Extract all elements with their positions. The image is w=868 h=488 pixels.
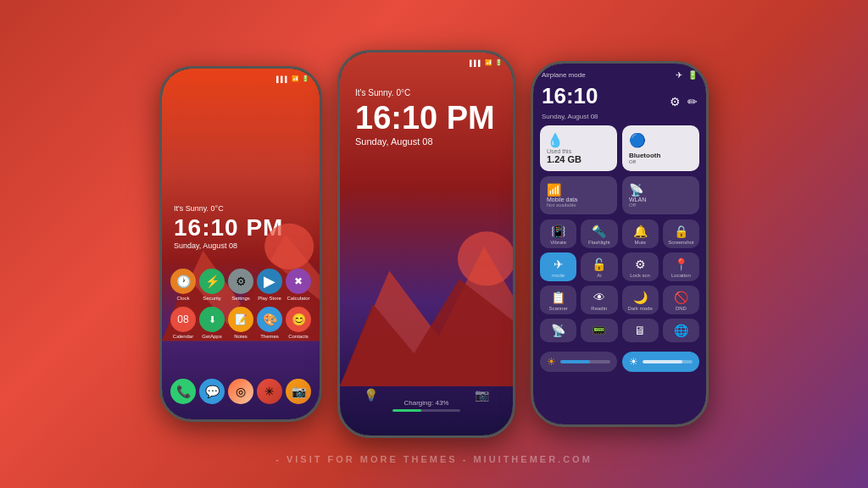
cc-tiles-row2: 📶 Mobile data Not available 📡 WLAN Off — [533, 176, 706, 219]
mute-icon: 🔔 — [633, 225, 648, 238]
darkmode-btn[interactable]: 🌙 Dark mode — [622, 286, 659, 314]
airplane-btn[interactable]: ✈ mode — [540, 252, 576, 281]
lock-date: Sunday, August 08 — [355, 136, 495, 147]
dnd-label: DND — [676, 306, 687, 311]
brightness-fill — [560, 360, 590, 363]
cc-time-block: 16:10 Sunday, August 08 — [542, 83, 598, 120]
bluetooth-sublabel: Off — [629, 159, 693, 164]
cc-sliders: ☀ ☀ — [533, 347, 706, 375]
svg-point-5 — [458, 231, 513, 286]
data-tile-value: 1.24 GB — [547, 154, 610, 164]
app-clock[interactable]: 🕐 Clock — [170, 269, 196, 301]
lock-info: It's Sunny. 0°C 16:10 PM Sunday, August … — [355, 88, 495, 147]
app-phone[interactable]: 📞 — [170, 379, 196, 404]
edit-cc-icon[interactable]: ✏ — [687, 95, 698, 108]
play-icon: ▶ — [257, 269, 282, 294]
app-row-1: 🕐 Clock ⚡ Security ⚙ Settings ▶ Play Sto… — [162, 269, 320, 301]
app-getapps[interactable]: ⬇ GetApps — [199, 307, 225, 339]
calc-label: Calculator — [287, 296, 309, 301]
ai-btn[interactable]: 🔓 Ai — [581, 252, 617, 281]
mute-btn[interactable]: 🔔 Mute — [622, 219, 659, 248]
flashlight-btn[interactable]: 🔦 Flashlight — [581, 219, 617, 248]
airplane-btn-icon: ✈ — [554, 258, 564, 271]
app-camera[interactable]: 📷 — [286, 379, 311, 404]
notes-icon: 📝 — [228, 307, 253, 332]
brightness-slider[interactable]: ☀ — [540, 352, 617, 372]
charging-label: Charging: 43% — [392, 399, 460, 407]
cc-date: Sunday, August 08 — [542, 113, 598, 120]
app-settings[interactable]: ⚙ Settings — [228, 269, 253, 301]
darkmode-label: Dark mode — [627, 306, 652, 311]
signal-icon-p2: ▌▌▌ — [470, 60, 482, 66]
security-icon: ⚡ — [199, 269, 225, 294]
app-themes[interactable]: 🎨 Themes — [257, 307, 282, 339]
dnd-btn[interactable]: 🚫 DND — [663, 286, 699, 314]
camera-icon: 📷 — [286, 379, 311, 404]
dnd-icon: 🚫 — [674, 291, 688, 304]
mi-icon: ◎ — [228, 379, 253, 404]
app-calc[interactable]: ✖ Calculator — [286, 269, 311, 301]
cc-button-grid-4: 📡 📟 🖥 🌐 — [533, 319, 706, 347]
darkmode-icon: 🌙 — [633, 291, 648, 304]
lock-weather: It's Sunny. 0°C — [355, 88, 495, 97]
themes-label: Themes — [260, 334, 279, 339]
reading-btn[interactable]: 👁 Readin — [581, 286, 617, 314]
svg-point-2 — [264, 224, 314, 269]
wlan-tile[interactable]: 📡 WLAN Off — [622, 176, 699, 214]
screenshot-icon: 🔒 — [674, 225, 688, 238]
app-dock: 📞 💬 ◎ ✳ 📷 — [162, 379, 320, 404]
cc-topbar-icons: ✈ 🔋 — [676, 70, 698, 80]
lockscn-btn[interactable]: ⚙ Lock scn — [622, 252, 659, 281]
extra-btn-1[interactable]: 📡 — [540, 319, 576, 342]
settings-cc-icon[interactable]: ⚙ — [670, 95, 681, 108]
statusbar-phone2: ▌▌▌ 📶 🔋 — [340, 59, 513, 66]
mobile-data-tile[interactable]: 📶 Mobile data Not available — [540, 176, 617, 214]
camera-lock-icon[interactable]: 📷 — [475, 388, 489, 402]
app-play[interactable]: ▶ Play Store — [257, 269, 282, 301]
security-label: Security — [203, 296, 221, 301]
star-icon: ✳ — [257, 379, 282, 404]
wlan-sublabel: Off — [629, 202, 693, 208]
data-tile-label: Used this — [547, 148, 610, 154]
app-notes[interactable]: 📝 Notes — [228, 307, 253, 339]
scanner-btn[interactable]: 📋 Scanner — [540, 286, 576, 314]
charging-bar: Charging: 43% — [392, 399, 460, 412]
app-contacts[interactable]: 😊 Contacts — [286, 307, 311, 339]
extra-btn-2[interactable]: 📟 — [581, 319, 617, 342]
phone-icon: 📞 — [170, 379, 196, 404]
phone-3: Airplane mode ✈ 🔋 16:10 Sunday, August 0… — [531, 61, 709, 427]
statusbar-phone1: ▌▌▌ 📶 🔋 — [162, 75, 320, 82]
bluetooth-label: Bluetooth — [629, 152, 693, 159]
bluetooth-tile[interactable]: 🔵 Bluetooth Off — [622, 125, 699, 171]
data-tile[interactable]: 💧 Used this 1.24 GB — [540, 125, 617, 171]
torch-icon[interactable]: 💡 — [364, 388, 378, 402]
cc-top-icons: ⚙ ✏ — [670, 95, 698, 108]
calendar-label: Calendar — [173, 334, 193, 339]
battery-icon-p2: 🔋 — [495, 59, 503, 66]
app-calendar[interactable]: 08 Calendar — [170, 307, 196, 339]
app-mi[interactable]: ◎ — [228, 379, 253, 404]
lock-time: 16:10 PM — [355, 100, 495, 136]
getapps-label: GetApps — [202, 334, 221, 339]
screenshot-btn[interactable]: 🔒 Screenshot — [663, 219, 699, 248]
themes-icon: 🎨 — [257, 307, 282, 332]
calc-icon: ✖ — [286, 269, 311, 294]
color-slider[interactable]: ☀ — [622, 352, 699, 372]
cc-button-grid-1: 📳 Vibrate 🔦 Flashlight 🔔 Mute 🔒 Screensh… — [533, 219, 706, 252]
airplane-label: Airplane mode — [542, 71, 586, 79]
wifi-icon-p2: 📶 — [485, 59, 492, 66]
extra-btn-3[interactable]: 🖥 — [622, 319, 659, 342]
ai-label: Ai — [597, 273, 601, 278]
app-messages[interactable]: 💬 — [199, 379, 225, 404]
location-btn[interactable]: 📍 Location — [663, 252, 699, 281]
cc-tiles-row1: 💧 Used this 1.24 GB 🔵 Bluetooth Off — [533, 125, 706, 176]
mountain-decoration-p2 — [340, 202, 513, 389]
extra-icon-4: 🌐 — [674, 324, 688, 337]
settings-label: Settings — [231, 296, 250, 301]
app-star[interactable]: ✳ — [257, 379, 282, 404]
airplane-icon[interactable]: ✈ — [676, 70, 682, 80]
location-icon: 📍 — [674, 258, 688, 271]
extra-btn-4[interactable]: 🌐 — [663, 319, 699, 342]
vibrate-btn[interactable]: 📳 Vibrate — [540, 219, 576, 248]
app-security[interactable]: ⚡ Security — [199, 269, 225, 301]
